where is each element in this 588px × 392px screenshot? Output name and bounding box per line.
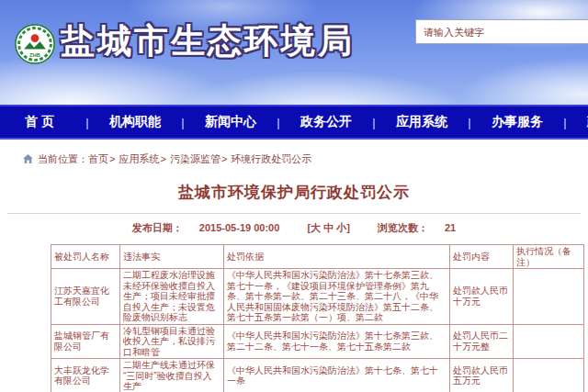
font-size-switcher[interactable]: [大 中 小] <box>307 222 349 233</box>
view-count: 浏览次数：21 <box>369 222 464 233</box>
table-cell: 处罚款人民币五万元 <box>450 359 514 392</box>
svg-text:ZHB: ZHB <box>29 52 40 58</box>
nav-item-4[interactable]: 应用系统 <box>382 114 461 130</box>
nav-separator: | <box>270 116 287 129</box>
breadcrumb-separator: > <box>109 153 115 164</box>
table-cell: 《中华人民共和国水污染防治法》第十七条、第七十一条 <box>224 359 450 392</box>
table-row: 江苏天嘉宜化工有限公司二期工程废水治理设施未经环保验收擅自投入生产；项目未经审批… <box>51 269 584 325</box>
view-count-value: 21 <box>445 222 456 233</box>
table-header-cell: 处罚依据 <box>224 245 450 269</box>
view-count-label: 浏览次数： <box>378 222 428 233</box>
breadcrumb-separator: > <box>160 153 165 164</box>
table-cell <box>514 269 584 325</box>
table-header-cell: 违法事实 <box>120 245 224 269</box>
search-input[interactable] <box>415 19 588 44</box>
table-cell <box>514 324 584 359</box>
nav-item-5[interactable]: 办事服务 <box>478 114 557 130</box>
table-header-cell: 执行情况（备注） <box>514 245 584 269</box>
nav-item-3[interactable]: 政务公开 <box>287 114 366 130</box>
main-nav: 首 页|机构职能|新闻中心|政务公开|应用系统|办事服务|政民互动 <box>0 105 588 140</box>
nav-separator: | <box>461 116 478 129</box>
table-cell: 二期生产线未通过环保“三同时”验收擅自投入生产 <box>120 359 224 392</box>
nav-item-1[interactable]: 机构职能 <box>96 114 175 130</box>
main-nav-items: 首 页|机构职能|新闻中心|政务公开|应用系统|办事服务|政民互动 <box>0 106 588 138</box>
nav-separator: | <box>557 116 573 129</box>
home-icon <box>23 154 33 165</box>
title-divider <box>7 213 581 214</box>
breadcrumb: 当前位置： 首页>应用系统>污染源监管>环境行政处罚公示 <box>23 152 588 166</box>
article-meta: 发布日期：2015-05-19 00:00 [大 中 小] 浏览次数：21 <box>0 221 588 235</box>
table-cell: 大丰跃龙化学有限公司 <box>51 359 120 392</box>
table-cell: 冷轧型钢项目未通过验收投入生产，私设排污口和暗管 <box>120 324 224 359</box>
table-row: 盐城钢管厂有限公司冷轧型钢项目未通过验收投入生产，私设排污口和暗管《中华人民共和… <box>51 324 584 359</box>
site-title: 盐城市生态环境局 <box>61 18 355 64</box>
table-cell: 《中华人民共和国水污染防治法》第十七条第三款、第七十一条，《建设项目环境保护管理… <box>224 269 450 325</box>
breadcrumb-link[interactable]: 首页 <box>88 153 108 164</box>
table-cell: 《中华人民共和国水污染防治法》第十七条第三款、第二十二条、第七十一条、第七十五条… <box>224 324 450 359</box>
table-header-row: 被处罚人名称违法事实处罚依据处罚内容执行情况（备注） <box>51 245 584 269</box>
site-banner: ZHB 盐城市生态环境局 <box>0 0 588 105</box>
environment-emblem-icon[interactable]: ZHB <box>15 24 55 64</box>
nav-item-6[interactable]: 政民互动 <box>573 114 588 130</box>
penalty-table-body: 江苏天嘉宜化工有限公司二期工程废水治理设施未经环保验收擅自投入生产；项目未经审批… <box>51 269 584 392</box>
nav-separator: | <box>175 116 191 129</box>
table-header-cell: 处罚内容 <box>450 245 514 269</box>
publish-date-label: 发布日期： <box>132 222 183 233</box>
table-cell: 处罚人民币二十万元整 <box>450 324 514 359</box>
nav-separator: | <box>366 116 382 129</box>
penalty-table-head: 被处罚人名称违法事实处罚依据处罚内容执行情况（备注） <box>51 245 584 269</box>
table-header-cell: 被处罚人名称 <box>51 245 120 269</box>
nav-separator: | <box>79 116 96 129</box>
breadcrumb-prefix: 当前位置： <box>38 152 88 166</box>
penalty-table: 被处罚人名称违法事实处罚依据处罚内容执行情况（备注） 江苏天嘉宜化工有限公司二期… <box>51 244 584 392</box>
table-cell: 江苏天嘉宜化工有限公司 <box>51 269 120 325</box>
table-cell: 二期工程废水治理设施未经环保验收擅自投入生产；项目未经审批擅自投入生产；未设置危… <box>120 269 224 325</box>
page-title: 盐城市环境保护局行政处罚公示 <box>0 182 588 203</box>
publish-date-value: 2015-05-19 00:00 <box>199 222 279 233</box>
publish-date: 发布日期：2015-05-19 00:00 <box>124 222 288 233</box>
nav-item-0[interactable]: 首 页 <box>0 114 79 130</box>
table-cell: 处罚款人民币十万元 <box>450 269 514 325</box>
breadcrumb-links: 首页>应用系统>污染源监管>环境行政处罚公示 <box>88 152 311 166</box>
breadcrumb-link[interactable]: 环境行政处罚公示 <box>231 153 311 164</box>
table-row: 大丰跃龙化学有限公司二期生产线未通过环保“三同时”验收擅自投入生产《中华人民共和… <box>51 359 584 392</box>
nav-item-2[interactable]: 新闻中心 <box>191 114 270 130</box>
breadcrumb-link[interactable]: 应用系统 <box>119 153 159 164</box>
breadcrumb-separator: > <box>221 153 227 164</box>
table-cell <box>514 359 584 392</box>
breadcrumb-link[interactable]: 污染源监管 <box>170 153 220 164</box>
table-cell: 盐城钢管厂有限公司 <box>51 324 120 359</box>
